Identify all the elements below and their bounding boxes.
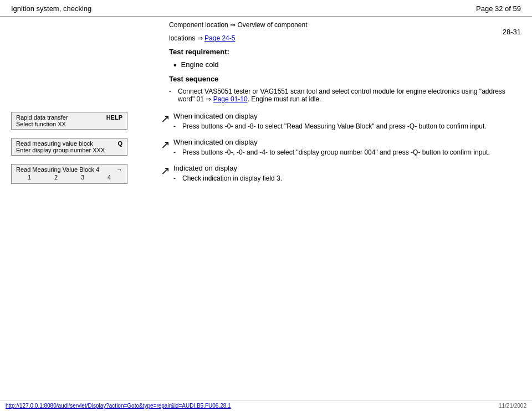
footer-url[interactable]: http://127.0.0.1:8080/audi/servlet/Displ… (6, 403, 231, 409)
read-value-label: Read Measuring Value Block 4 (16, 166, 99, 173)
test-requirement-heading: Test requirement: (169, 48, 521, 56)
bullet-icon: • (173, 60, 177, 70)
intro-line1: Component location ⇒ Overview of compone… (169, 20, 521, 30)
field-1: 1 (28, 174, 31, 181)
dash-icon-s2: - (173, 148, 179, 156)
field-2: 2 (54, 174, 58, 181)
page-24-5-link[interactable]: Page 24-5 (204, 34, 235, 42)
section3-left: Read Measuring Value Block 4 → 1 2 3 4 (0, 164, 158, 185)
page-footer: http://127.0.0.1:8080/audi/servlet/Displ… (0, 400, 532, 411)
footer-date: 11/21/2002 (499, 403, 526, 409)
section1-instruction: - Press buttons -0- and -8- to select "R… (173, 122, 487, 130)
when-indicated-2: When indicated on display (173, 138, 490, 146)
q-key: Q (117, 140, 122, 147)
test-sequence-heading: Test sequence (169, 75, 521, 83)
section1-dash-text: Press buttons -0- and -8- to select "Rea… (182, 122, 487, 130)
arrow-icon-1: ↗ (161, 112, 170, 125)
dash-icon-s1: - (173, 122, 179, 130)
engine-cold-item: • Engine cold (173, 60, 521, 70)
rapid-data-transfer-box: Rapid data transfer HELP Select function… (11, 112, 127, 130)
section3-dash-text: Check indication in display field 3. (182, 174, 282, 182)
display-fields: 1 2 3 4 (16, 173, 122, 182)
intro-line2: locations ⇒ Page 24-5 (169, 33, 521, 43)
arrow-icon-2: ↗ (161, 138, 170, 151)
rapid-data-label: Rapid data transfer (16, 114, 68, 121)
intro-text-block: Component location ⇒ Overview of compone… (169, 20, 521, 103)
section3-right: ↗ Indicated on display - Check indicatio… (158, 164, 532, 185)
section1-left: Rapid data transfer HELP Select function… (0, 112, 158, 132)
select-function-label: Select function XX (16, 121, 122, 127)
page-info: Page 32 of 59 (476, 4, 521, 13)
field-4: 4 (108, 174, 111, 181)
field-3: 3 (81, 174, 84, 181)
section2-dash-text: Press buttons -0-, -0- and -4- to select… (182, 148, 490, 156)
dash-icon-s3: - (173, 174, 179, 182)
when-indicated-1: When indicated on display (173, 112, 487, 120)
box-row-3: Read Measuring Value Block 4 → (16, 166, 122, 173)
read-value-block-box: Read Measuring Value Block 4 → 1 2 3 4 (11, 164, 127, 184)
section1-right: ↗ When indicated on display - Press butt… (158, 112, 532, 132)
document-title: Ignition system, checking (11, 4, 91, 13)
section-group-1: Rapid data transfer HELP Select function… (0, 112, 532, 132)
box-arrow: → (116, 166, 122, 173)
section3-instruction: - Check indication in display field 3. (173, 174, 282, 182)
test-sequence-instruction: - Connect VAS5051 tester or VAG1551 scan… (169, 88, 521, 103)
indicated-on-display: Indicated on display (173, 164, 282, 172)
section-group-3: Read Measuring Value Block 4 → 1 2 3 4 ↗… (0, 164, 532, 185)
dash-icon: - (169, 88, 175, 95)
section2-right: ↗ When indicated on display - Press butt… (158, 138, 532, 158)
box-row-1: Rapid data transfer HELP (16, 114, 122, 121)
arrow-icon-3: ↗ (161, 164, 170, 177)
enter-group-label: Enter display group number XXX (16, 147, 122, 153)
box-row-2: Read measuring value block Q (16, 140, 122, 147)
read-measuring-box: Read measuring value block Q Enter displ… (11, 138, 127, 156)
page-01-10-link[interactable]: Page 01-10 (213, 95, 248, 103)
section-number: 28-31 (503, 28, 521, 36)
intro-section: Component location ⇒ Overview of compone… (0, 20, 532, 103)
section-group-2: Read measuring value block Q Enter displ… (0, 138, 532, 158)
page-header: Ignition system, checking Page 32 of 59 (0, 0, 532, 17)
help-key: HELP (106, 114, 122, 121)
read-measuring-label: Read measuring value block (16, 140, 93, 147)
section2-instruction: - Press buttons -0-, -0- and -4- to sele… (173, 148, 490, 156)
section2-left: Read measuring value block Q Enter displ… (0, 138, 158, 158)
engine-cold-label: Engine cold (181, 60, 219, 69)
connect-suffix: . Engine must run at idle. (248, 95, 321, 103)
